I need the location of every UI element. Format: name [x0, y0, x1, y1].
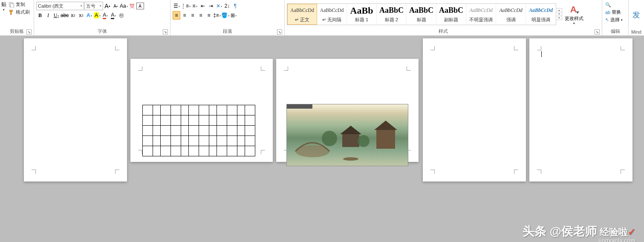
italic-button[interactable]: I	[44, 11, 52, 20]
font-launcher-icon[interactable]: ⬊	[163, 29, 168, 35]
gallery-more[interactable]: ▾	[556, 16, 562, 20]
page-2-table[interactable]	[142, 105, 255, 156]
asian-layout-button[interactable]: ✕	[215, 2, 223, 10]
style-preview: AaBbC	[409, 6, 433, 16]
svg-marker-5	[340, 126, 361, 134]
watermark-brand: 头条 @侯老师	[523, 223, 597, 239]
font-size-value: 五号	[86, 3, 95, 9]
style-normal[interactable]: AaBbCcDd ↵ 正文	[287, 4, 317, 25]
style-emphasis[interactable]: AaBbCcDd 强调	[496, 4, 526, 25]
style-preview: AaBbC	[439, 6, 463, 16]
select-button[interactable]: ↖ 选择▾	[604, 16, 624, 23]
style-name: 标题 1	[355, 17, 368, 23]
style-subtitle[interactable]: AaBbC 副标题	[436, 4, 466, 25]
gallery-down[interactable]: ▾	[556, 12, 562, 16]
styles-launcher-icon[interactable]: ⬊	[595, 29, 600, 35]
style-preview: AaBb	[350, 6, 373, 16]
subscript-button[interactable]: x2	[69, 11, 77, 20]
para-shading-button[interactable]: 🪣	[221, 11, 229, 20]
select-label: 选择	[610, 17, 620, 23]
phonetic-button[interactable]: 雙	[128, 2, 136, 10]
paste-button[interactable]: 贴 ▾	[1, 1, 6, 16]
change-styles-button[interactable]: A 更改样式 ▾	[565, 3, 583, 25]
numbering-button[interactable]: ⋮≡	[181, 2, 191, 10]
page-2[interactable]	[130, 59, 273, 162]
page-5[interactable]	[529, 38, 632, 182]
font-size-combo[interactable]: 五号▾	[84, 2, 103, 10]
align-distribute-button[interactable]: ≡	[205, 11, 213, 20]
editing-group-label: 编辑	[604, 27, 627, 35]
format-label: 格式刷	[16, 9, 30, 15]
underline-button[interactable]: U	[52, 11, 60, 20]
style-name: 明显强调	[531, 17, 550, 23]
highlight-button[interactable]: A	[93, 11, 101, 20]
font-group: Calibri (西文▾ 五号▾ A▴ A▾ Aa 雙 A B I U abc …	[34, 0, 170, 35]
style-preview: AaBbCcDd	[320, 6, 344, 16]
find-icon: 🔍	[605, 2, 611, 8]
mind-icon[interactable]: 发	[632, 10, 640, 20]
svg-point-10	[343, 157, 358, 161]
mind-group-label: Mind	[630, 29, 643, 35]
align-left-button[interactable]: ≡	[173, 11, 180, 20]
font-name-combo[interactable]: Calibri (西文▾	[36, 2, 84, 10]
replace-button[interactable]: ab 替换	[604, 9, 624, 16]
borders-button[interactable]: ⊞	[230, 11, 237, 20]
bold-button[interactable]: B	[36, 11, 44, 20]
page-1[interactable]	[24, 38, 127, 182]
char-border-button[interactable]: A	[136, 3, 144, 9]
paragraph-group-label: 段落 ⬊	[172, 27, 283, 35]
bullets-button[interactable]: ☰	[173, 2, 180, 10]
bullets-icon: ☰	[173, 3, 178, 9]
ribbon: 贴 ▾ 复制 格式刷	[0, 0, 644, 36]
outdent-icon: ⇤	[201, 3, 205, 9]
style-nospacing[interactable]: AaBbCcDd ↵ 无间隔	[317, 4, 347, 25]
find-button[interactable]: 🔍 查找	[604, 2, 624, 8]
svg-rect-4	[342, 134, 359, 147]
style-intense-em[interactable]: AaBbCcDd 明显强调	[526, 4, 556, 25]
gallery-scroll: ▴ ▾ ▾	[556, 8, 562, 20]
shrink-font-button[interactable]: A▾	[112, 2, 119, 10]
copy-button[interactable]: 复制	[7, 1, 31, 8]
style-title[interactable]: AaBbC 标题	[407, 4, 436, 25]
font-color-button[interactable]: A	[101, 11, 109, 20]
sort-button[interactable]: 2↓	[223, 2, 231, 10]
align-left-icon: ≡	[175, 12, 178, 18]
multilevel-button[interactable]: ≡	[191, 2, 199, 10]
format-painter-button[interactable]: 格式刷	[7, 9, 31, 16]
style-heading2[interactable]: AaBbC 标题 2	[377, 4, 407, 25]
style-heading1[interactable]: AaBb 标题 1	[347, 4, 377, 25]
align-right-button[interactable]: ≡	[189, 11, 196, 20]
clipboard-launcher-icon[interactable]: ⬊	[26, 29, 32, 35]
align-justify-icon: ≡	[199, 12, 202, 18]
style-name: ↵ 无间隔	[322, 17, 341, 23]
text-effect-button[interactable]: A	[85, 11, 93, 20]
align-right-icon: ≡	[191, 12, 194, 18]
align-justify-button[interactable]: ≡	[197, 11, 205, 20]
svg-text:A: A	[570, 4, 577, 14]
show-marks-button[interactable]: ¶	[231, 2, 239, 10]
indent-inc-button[interactable]: ⇥	[207, 2, 215, 10]
paragraph-launcher-icon[interactable]: ⬊	[277, 29, 282, 35]
line-spacing-button[interactable]: ‡≡	[213, 11, 221, 20]
select-icon: ↖	[605, 17, 609, 23]
style-subtle-em[interactable]: AaBbCcDd 不明显强调	[466, 4, 496, 25]
gallery-up[interactable]: ▴	[556, 9, 562, 12]
enclose-button[interactable]: ㊕	[118, 11, 125, 20]
page-3-image[interactable]	[286, 104, 408, 166]
strike-button[interactable]: abc	[61, 11, 69, 20]
document-canvas[interactable]: 头条 @侯老师 经验啦✓ jingyanla.com	[0, 36, 644, 242]
asian-icon: ✕	[216, 3, 220, 9]
superscript-button[interactable]: x2	[77, 11, 85, 20]
mind-group: 发 Mind	[629, 0, 644, 35]
change-case-button[interactable]: Aa	[120, 2, 128, 10]
char-shading-button[interactable]: A	[110, 11, 117, 20]
align-center-button[interactable]: ≡	[181, 11, 188, 20]
style-preview: AaBbCcDd	[469, 6, 493, 16]
page-4[interactable]	[423, 38, 526, 182]
paste-label: 贴	[1, 1, 6, 8]
grow-font-button[interactable]: A▴	[104, 2, 111, 10]
indent-dec-button[interactable]: ⇤	[199, 2, 207, 10]
svg-point-8	[322, 131, 337, 146]
page-3[interactable]	[276, 59, 419, 162]
style-preview: AaBbCcDd	[290, 6, 314, 16]
